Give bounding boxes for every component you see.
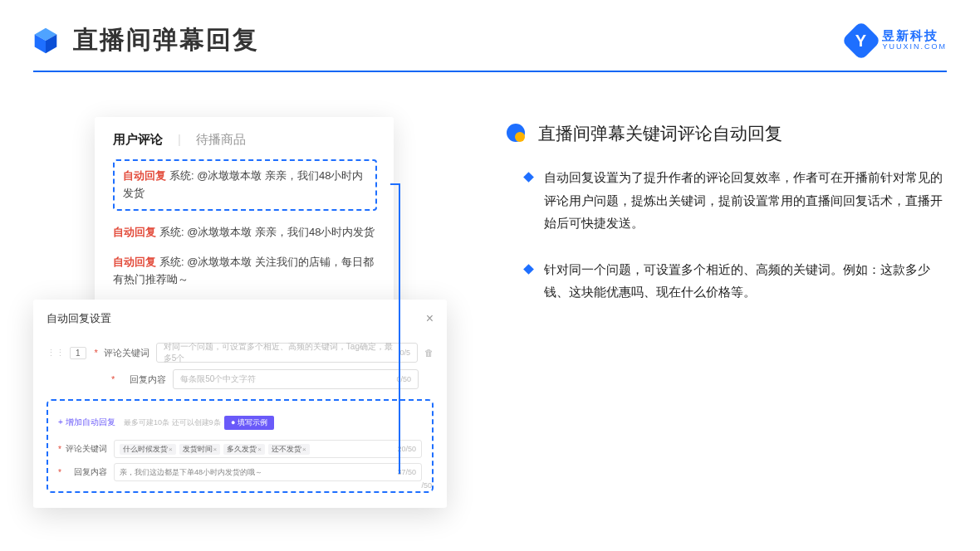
comment-row: 自动回复系统: @冰墩墩本墩 亲亲，我们48小时内发货 bbox=[113, 224, 377, 241]
required-indicator: * bbox=[111, 374, 115, 384]
example-reply-box: 亲，我们这边都是下单48小时内发货的哦～ 37/50 bbox=[114, 463, 422, 481]
auto-reply-tag: 自动回复 bbox=[113, 256, 156, 268]
reply-label: 回复内容 bbox=[118, 373, 166, 386]
cube-icon bbox=[30, 25, 61, 56]
feature-text: 针对同一个问题，可设置多个相近的、高频的关键词。例如：这款多少钱、这块能优惠吗、… bbox=[544, 259, 947, 305]
drag-handle-icon[interactable]: ⋮⋮ bbox=[47, 348, 65, 358]
modal-title: 自动回复设置 bbox=[47, 311, 111, 326]
example-highlight: + 增加自动回复 最多可建10条 还可以创建9条 ● 填写示例 * 评论关键词 … bbox=[47, 399, 434, 493]
keyword-count: 0/5 bbox=[399, 349, 410, 357]
tab-pending-goods[interactable]: 待播商品 bbox=[196, 132, 246, 148]
example-keyword-box: 什么时候发货× 发货时间× 多久发货× 还不发货× 20/50 bbox=[114, 440, 422, 458]
tab-separator: | bbox=[178, 132, 181, 148]
comment-text: 系统: @冰墩墩本墩 亲亲，我们48小时内发货 bbox=[159, 226, 375, 238]
brand-badge-icon: Y bbox=[841, 20, 881, 60]
section-title: 直播间弹幕关键词评论自动回复 bbox=[538, 122, 782, 145]
overlap-circles-icon bbox=[507, 124, 527, 144]
example-keyword-label: 评论关键词 bbox=[64, 443, 107, 455]
keyword-input[interactable]: 对同一个问题，可设置多个相近、高频的关键词，Tag确定，最多5个 0/5 bbox=[156, 343, 418, 363]
brand-logo: Y 昱新科技 YUUXIN.COM bbox=[847, 27, 947, 55]
keyword-chip[interactable]: 什么时候发货× bbox=[120, 444, 176, 455]
feature-point: 针对同一个问题，可设置多个相近的、高频的关键词。例如：这款多少钱、这块能优惠吗、… bbox=[507, 259, 947, 305]
brand-name-cn: 昱新科技 bbox=[882, 29, 947, 43]
brand-name-en: YUUXIN.COM bbox=[882, 43, 947, 51]
diamond-bullet-icon bbox=[523, 172, 534, 183]
add-hint: 最多可建10条 还可以创建9条 bbox=[124, 418, 221, 427]
auto-reply-tag: 自动回复 bbox=[123, 169, 166, 182]
feature-text: 自动回复设置为了提升作者的评论回复效率，作者可在开播前针对常见的评论用户问题，提… bbox=[544, 167, 947, 236]
diamond-bullet-icon bbox=[523, 264, 534, 275]
delete-icon[interactable]: 🗑 bbox=[424, 348, 434, 358]
outer-count: /50 bbox=[421, 481, 432, 490]
keyword-chip[interactable]: 多久发货× bbox=[223, 444, 265, 455]
required-indicator: * bbox=[58, 468, 61, 477]
reply-input[interactable]: 每条限50个中文字符 0/50 bbox=[173, 369, 419, 389]
keyword-label: 评论关键词 bbox=[101, 347, 149, 359]
rule-index: 1 bbox=[70, 347, 86, 359]
comment-row: 自动回复系统: @冰墩墩本墩 关注我们的店铺，每日都有热门推荐呦～ bbox=[113, 254, 377, 289]
example-badge: ● 填写示例 bbox=[224, 416, 274, 430]
connector-line bbox=[399, 183, 400, 474]
page-title: 直播间弹幕回复 bbox=[73, 23, 847, 57]
keyword-chip[interactable]: 还不发货× bbox=[268, 444, 310, 455]
example-reply-text: 亲，我们这边都是下单48小时内发货的哦～ bbox=[120, 467, 262, 478]
auto-reply-settings-modal: 自动回复设置 × ⋮⋮ 1 * 评论关键词 对同一个问题，可设置多个相近、高频的… bbox=[33, 300, 447, 508]
connector-line bbox=[390, 183, 400, 185]
auto-reply-tag: 自动回复 bbox=[113, 226, 156, 238]
keyword-chip[interactable]: 发货时间× bbox=[179, 444, 221, 455]
highlighted-comment: 自动回复系统: @冰墩墩本墩 亲亲，我们48小时内发货 bbox=[113, 159, 377, 211]
required-indicator: * bbox=[95, 348, 98, 358]
close-icon[interactable]: × bbox=[426, 311, 434, 326]
example-reply-label: 回复内容 bbox=[64, 466, 107, 478]
add-auto-reply-link[interactable]: + 增加自动回复 bbox=[58, 417, 115, 427]
feature-point: 自动回复设置为了提升作者的评论回复效率，作者可在开播前针对常见的评论用户问题，提… bbox=[507, 167, 947, 236]
tab-user-comments[interactable]: 用户评论 bbox=[113, 132, 163, 148]
required-indicator: * bbox=[58, 445, 61, 454]
